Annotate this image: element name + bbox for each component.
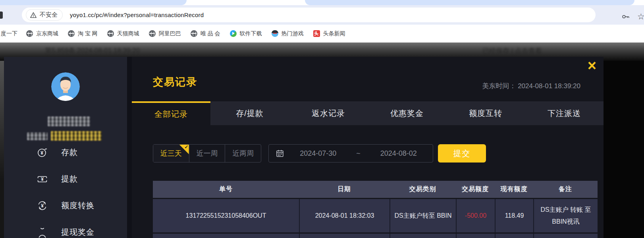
range-label: 近两周 xyxy=(232,149,254,158)
tab-deposit-withdraw[interactable]: 存/提款 xyxy=(210,101,289,125)
range-last-two-weeks[interactable]: 近两周 xyxy=(225,145,261,162)
cell-date xyxy=(299,234,389,238)
bonus-icon xyxy=(37,227,48,238)
bookmark-vip[interactable]: 唯 品 会 xyxy=(191,30,220,37)
user-avatar xyxy=(51,72,80,101)
svg-text:¥: ¥ xyxy=(41,176,44,182)
tab-credit-transfer[interactable]: 额度互转 xyxy=(446,101,525,125)
screenshot-root: 不安全 yoyo1.cc/pc/#/index?personal=transac… xyxy=(0,0,644,238)
sidebar-item-deposit[interactable]: ¥ 存款 xyxy=(37,147,78,158)
browser-toolbar: 不安全 yoyo1.cc/pc/#/index?personal=transac… xyxy=(0,5,644,25)
bookmark-jd[interactable]: 京东商城 xyxy=(26,30,58,37)
obscured-background-text-left: 第5,859条 2024-08-01 18:39:20 xyxy=(45,46,140,55)
bookmark-star-icon[interactable]: ☆ xyxy=(637,13,644,21)
range-last-3-days[interactable]: 近三天 ✓ xyxy=(153,145,189,162)
col-date: 日期 xyxy=(299,181,389,198)
cell-remark: DS主账户 转账 至 BBIN视讯 xyxy=(533,199,598,232)
date-range-quick-filters: 近三天 ✓ 近一周 近两周 xyxy=(153,144,261,163)
tab-rebate-records[interactable]: 返水记录 xyxy=(289,101,368,125)
bookmark-label: 唯 品 会 xyxy=(201,30,220,37)
backdrop-left-edge xyxy=(0,43,4,238)
profile-sidebar: ¥ 存款 ¥ 提款 xyxy=(4,57,127,238)
date-to-value[interactable]: 2024-08-02 xyxy=(364,149,433,158)
globe-favicon xyxy=(191,30,197,37)
globe-favicon xyxy=(68,30,75,37)
browser-tab-left[interactable] xyxy=(0,0,187,5)
url-text[interactable]: yoyo1.cc/pc/#/index?personal=transaction… xyxy=(70,12,204,18)
bookmark-baidu[interactable]: 度一下 xyxy=(1,30,17,37)
bookmark-label: 京东商城 xyxy=(36,30,58,37)
svg-text:¥: ¥ xyxy=(40,150,43,156)
bookmark-label: 度一下 xyxy=(1,30,17,37)
bookmark-tmall[interactable]: 天猫商城 xyxy=(107,30,139,37)
cell-amount xyxy=(456,234,495,238)
sidebar-item-label: 存款 xyxy=(61,147,78,158)
page-title: 交易记录 xyxy=(153,75,197,89)
range-label: 近一周 xyxy=(197,149,218,158)
record-tabbar: 全部记录 存/提款 返水记录 优惠奖金 额度互转 下注派送 xyxy=(132,101,604,125)
cell-amount: -500.00 xyxy=(456,199,495,232)
software-download-favicon xyxy=(230,30,237,37)
sidebar-item-label: 提现奖金 xyxy=(61,227,94,238)
submit-button[interactable]: 提交 xyxy=(438,144,486,163)
calendar-icon xyxy=(276,149,284,157)
transaction-record-modal: ¥ 存款 ¥ 提款 xyxy=(4,57,604,238)
globe-favicon xyxy=(107,30,114,37)
bookmark-games[interactable]: 热门游戏 xyxy=(272,30,304,37)
toutiao-news-favicon: 头 xyxy=(313,30,320,37)
sidebar-item-withdraw[interactable]: ¥ 提款 xyxy=(37,174,78,184)
col-balance: 现有额度 xyxy=(495,181,533,198)
balance-value-blurred xyxy=(51,131,102,141)
tab-all-records[interactable]: 全部记录 xyxy=(132,101,210,125)
warning-icon xyxy=(30,12,37,19)
address-bar[interactable]: 不安全 yoyo1.cc/pc/#/index?personal=transac… xyxy=(22,8,596,22)
bookmark-toutiao[interactable]: 头 头条新闻 xyxy=(313,30,345,37)
page-backdrop: 第5,859条 2024-08-01 18:39:20 已经保存 | 点击查看 xyxy=(0,43,644,238)
bookmark-label: 阿里巴巴 xyxy=(159,30,181,37)
cell-remark: AG 转账至 DS xyxy=(533,234,598,238)
server-time-label: 美东时间： 2024-08-01 18:39:20 xyxy=(482,81,580,91)
bookmarks-bar: 度一下 京东商城 淘 宝 网 天猫商城 阿里巴巴 唯 品 会 软件下载 热门游 xyxy=(0,25,644,43)
bookmark-software[interactable]: 软件下载 xyxy=(230,30,262,37)
table-row: 1317225515231058406OUT 2024-08-01 18:32:… xyxy=(153,199,598,232)
credit-transfer-icon: ¥ xyxy=(37,200,48,211)
clipped-toolbar-icon xyxy=(0,12,3,19)
sidebar-item-label: 额度转换 xyxy=(61,200,94,211)
sidebar-item-withdraw-bonus[interactable]: 提现奖金 xyxy=(37,227,94,238)
date-separator: ~ xyxy=(353,149,364,158)
sidebar-item-label: 提款 xyxy=(61,174,78,184)
cell-balance: 118.49 xyxy=(495,199,533,232)
cell-order-no: 1317225515231058406OUT xyxy=(153,199,299,232)
not-secure-badge[interactable]: 不安全 xyxy=(26,9,63,21)
withdraw-icon: ¥ xyxy=(37,174,48,184)
close-icon[interactable]: × xyxy=(588,58,596,74)
table-header-row: 单号 日期 交易类别 交易额度 现有额度 备注 xyxy=(153,181,598,198)
cell-order-no xyxy=(153,234,299,238)
tab-bet-dispatch[interactable]: 下注派送 xyxy=(525,101,604,125)
check-icon: ✓ xyxy=(185,144,189,150)
bookmark-label: 头条新闻 xyxy=(323,30,345,37)
password-key-icon[interactable] xyxy=(621,13,630,21)
bookmark-label: 热门游戏 xyxy=(282,30,304,37)
range-last-week[interactable]: 近一周 xyxy=(189,145,225,162)
cell-type: DS主账户转至 BBIN xyxy=(389,199,456,232)
bookmark-alibaba[interactable]: 阿里巴巴 xyxy=(149,30,181,37)
col-amount: 交易额度 xyxy=(456,181,495,198)
bookmark-taobao[interactable]: 淘 宝 网 xyxy=(68,30,98,37)
cell-balance xyxy=(495,234,533,238)
balance-label-blurred xyxy=(27,132,48,140)
username-blurred xyxy=(48,116,90,126)
tab-promo-bonus[interactable]: 优惠奖金 xyxy=(368,101,446,125)
toolbar-right-icons: ☆ xyxy=(621,13,644,21)
bookmark-label: 软件下载 xyxy=(240,30,262,37)
globe-favicon xyxy=(26,30,33,37)
transactions-table: 单号 日期 交易类别 交易额度 现有额度 备注 1317225515231058… xyxy=(153,181,598,238)
obscured-background-text-right: 已经保存 | 点击查看 xyxy=(482,46,542,56)
date-from-value[interactable]: 2024-07-30 xyxy=(284,149,353,158)
range-label: 近三天 xyxy=(160,149,182,158)
browser-tab-right[interactable] xyxy=(305,0,634,5)
col-remark: 备注 xyxy=(533,181,598,198)
not-secure-label: 不安全 xyxy=(40,11,58,19)
sidebar-item-credit-transfer[interactable]: ¥ 额度转换 xyxy=(37,200,94,211)
date-range-picker[interactable]: 2024-07-30 ~ 2024-08-02 xyxy=(268,144,433,163)
